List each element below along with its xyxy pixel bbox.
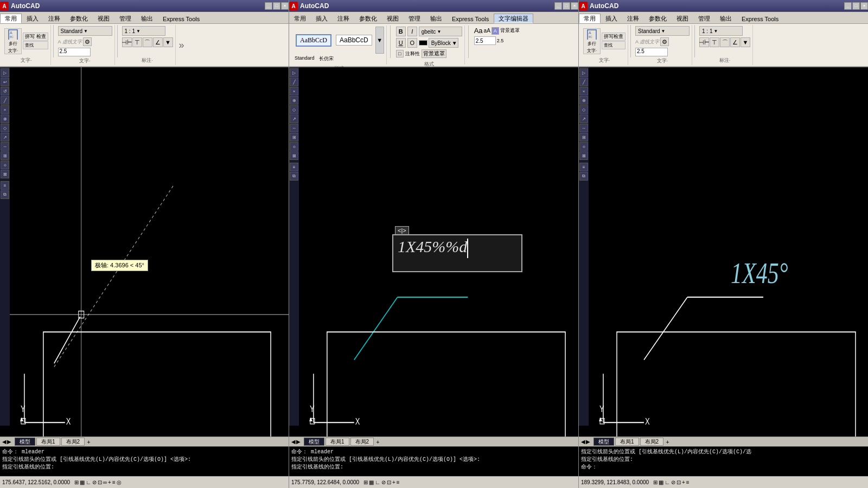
nav-left-btn-1[interactable]: ◀ xyxy=(2,439,7,445)
drawing-area-2[interactable]: ▷ ╱ × ⊕ ◇ ↗ ↔ ⊞ ⌾ ⊠ ≡ ⧉ xyxy=(289,67,578,436)
ltool2-line[interactable]: ╱ xyxy=(290,78,298,86)
nav-right-btn-1[interactable]: ▶ xyxy=(7,439,11,445)
dim-arc-btn[interactable]: ⌒ xyxy=(143,37,152,47)
snap-icon-3[interactable]: ▦ xyxy=(659,479,663,485)
style-dropdown[interactable]: Standard ▼ xyxy=(58,26,112,36)
tab-model-1[interactable]: 模型 xyxy=(15,438,35,446)
dyn-icon-1[interactable]: + xyxy=(108,479,111,485)
dim-aligned-btn-3[interactable]: ⊤ xyxy=(710,37,719,47)
polar-icon-3[interactable]: ⊘ xyxy=(671,479,675,485)
annotative-btn[interactable]: A xyxy=(492,27,499,35)
drawing-area-1[interactable]: ▷ ↩ ↺ ╱ × ⊕ ◇ ↗ ↔ ⊞ ⌾ ⊠ ≡ ⧉ xyxy=(0,67,289,436)
tp-icon-1[interactable]: ◎ xyxy=(117,479,122,485)
spellcheck-btn-3[interactable]: 拼写检查 xyxy=(602,33,626,41)
tab-layout1-2[interactable]: 布局1 xyxy=(326,438,349,446)
lw-icon-1[interactable]: ≡ xyxy=(112,479,116,485)
grid-icon-1[interactable]: ⊞ xyxy=(74,479,79,485)
ltool-undo[interactable]: ↩ xyxy=(1,78,9,86)
ltool3-diamond[interactable]: ◇ xyxy=(579,105,588,114)
ltool2-scale[interactable]: ↔ xyxy=(290,124,298,132)
ltool3-circle[interactable]: ⊕ xyxy=(579,96,588,105)
multiline-text-btn[interactable]: A BC 多行 文字· xyxy=(4,28,22,54)
tab-layout1-3[interactable]: 布局1 xyxy=(615,438,639,446)
multiline-text-btn-3[interactable]: A BC 多行 文字· xyxy=(583,28,601,54)
ltool2-cross[interactable]: × xyxy=(290,87,298,95)
aa-small-btn[interactable]: aA xyxy=(484,28,490,34)
minimize-btn-3[interactable]: _ xyxy=(844,2,852,10)
tab-insert-2[interactable]: 插入 xyxy=(311,14,333,23)
ltool2-pan[interactable]: ⌾ xyxy=(290,142,298,151)
nav-right-btn-2[interactable]: ▶ xyxy=(296,439,301,445)
tab-view-2[interactable]: 视图 xyxy=(382,14,404,23)
bg-transparency-btn[interactable]: 背景遮罩 xyxy=(422,49,446,58)
dyn-icon-3[interactable]: + xyxy=(682,479,685,485)
tab-layout2-1[interactable]: 布局2 xyxy=(61,438,85,446)
add-layout-btn-3[interactable]: + xyxy=(666,439,669,445)
find-replace-btn-3[interactable]: 查找 xyxy=(602,41,626,49)
restore-btn-3[interactable]: □ xyxy=(852,2,860,10)
ltool-line[interactable]: ╱ xyxy=(1,96,9,105)
tab-output-1[interactable]: 输出 xyxy=(136,14,158,23)
tab-annotate-3[interactable]: 注释 xyxy=(622,14,644,23)
osnap-icon-1[interactable]: ⊡ xyxy=(98,479,102,485)
dim-arc-btn-3[interactable]: ⌒ xyxy=(720,37,730,47)
snap-icon-2[interactable]: ▦ xyxy=(369,479,374,485)
close-btn-1[interactable]: × xyxy=(281,2,289,10)
ltool3-line[interactable]: ╱ xyxy=(579,78,588,86)
tab-common-2[interactable]: 常用 xyxy=(289,14,311,23)
underline-btn[interactable]: U xyxy=(396,38,406,48)
close-btn-3[interactable]: × xyxy=(860,2,868,10)
restore-btn-1[interactable]: □ xyxy=(273,2,280,10)
lw-icon-2[interactable]: ≡ xyxy=(397,479,400,485)
tab-annotate-1[interactable]: 注释 xyxy=(43,14,65,23)
dim-angular-btn[interactable]: ∠ xyxy=(153,37,163,47)
nav-right-btn-3[interactable]: ▶ xyxy=(586,439,590,445)
grid-icon-3[interactable]: ⊞ xyxy=(653,479,658,485)
tab-express-2[interactable]: Express Tools xyxy=(447,14,494,23)
ltool2-clipbd[interactable]: ⧉ xyxy=(290,172,298,181)
tab-express-1[interactable]: Express Tools xyxy=(158,14,205,23)
overline-btn[interactable]: O xyxy=(407,38,417,48)
polar-icon-2[interactable]: ⊘ xyxy=(381,479,386,485)
font-dropdown[interactable]: gbeitc ▼ xyxy=(419,27,462,36)
minimize-btn-2[interactable]: _ xyxy=(554,2,562,10)
ltool3-scale[interactable]: ↔ xyxy=(579,124,588,132)
ltool-redo[interactable]: ↺ xyxy=(1,87,9,95)
ltool-select[interactable]: ▷ xyxy=(1,68,9,77)
tab-parametric-2[interactable]: 参数化 xyxy=(354,14,382,23)
tab-layout2-2[interactable]: 布局2 xyxy=(350,438,374,446)
tab-manage-1[interactable]: 管理 xyxy=(114,14,136,23)
scale-dropdown[interactable]: 1 : 1 ▼ xyxy=(122,26,165,36)
bold-btn[interactable]: B xyxy=(396,27,406,36)
find-replace-btn[interactable]: 查找 xyxy=(23,41,48,49)
dim-linear-btn-3[interactable]: ⊣⊢ xyxy=(699,37,709,47)
add-layout-btn-1[interactable]: + xyxy=(87,439,90,445)
ltool-prop[interactable]: ≡ xyxy=(1,181,9,190)
tab-texteditor-2[interactable]: 文字编辑器 xyxy=(494,14,533,23)
ltool2-circle[interactable]: ⊕ xyxy=(290,96,298,105)
ortho-icon-2[interactable]: ∟ xyxy=(375,479,380,485)
tab-annotate-2[interactable]: 注释 xyxy=(333,14,354,23)
lw-icon-3[interactable]: ≡ xyxy=(686,479,690,485)
ltool-pan[interactable]: ⌾ xyxy=(1,160,9,169)
tab-model-2[interactable]: 模型 xyxy=(304,438,324,446)
ortho-icon-3[interactable]: ∟ xyxy=(665,479,670,485)
snap-icon-1[interactable]: ▦ xyxy=(80,479,85,485)
dim-aligned-btn[interactable]: ⊤ xyxy=(132,37,142,47)
tab-layout1-1[interactable]: 布局1 xyxy=(36,438,60,446)
tab-manage-3[interactable]: 管理 xyxy=(693,14,715,23)
ltool3-prop[interactable]: ≡ xyxy=(579,163,588,171)
ltool2-grid[interactable]: ⊞ xyxy=(290,133,298,142)
restore-btn-2[interactable]: □ xyxy=(563,2,570,10)
ltool2-diamond[interactable]: ◇ xyxy=(290,105,298,114)
size-input-1[interactable]: 2.5 xyxy=(58,48,91,56)
sample-standard-btn[interactable]: AaBbCcD xyxy=(296,34,331,47)
tab-view-1[interactable]: 视图 xyxy=(93,14,114,23)
dim-angular-btn-3[interactable]: ∠ xyxy=(730,37,740,47)
annotation-checkbox[interactable]: □ xyxy=(396,50,404,57)
ltool2-prop[interactable]: ≡ xyxy=(290,163,298,171)
ltool3-select[interactable]: ▷ xyxy=(579,68,588,77)
style-dropdown-3[interactable]: Standard ▼ xyxy=(635,26,690,36)
tab-insert-1[interactable]: 插入 xyxy=(22,14,43,23)
ltool3-clipbd[interactable]: ⧉ xyxy=(579,172,588,181)
